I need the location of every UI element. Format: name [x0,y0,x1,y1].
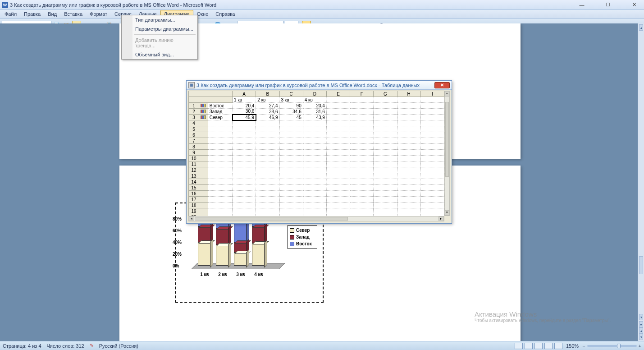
menu-edit[interactable]: Правка [20,10,44,18]
status-page[interactable]: Страница: 4 из 4 [3,343,41,349]
menu-file[interactable]: Файл [1,10,20,18]
datasheet-grid[interactable]: ABCDEFGHI1 кв2 кв3 кв4 кв1Восток20,427,4… [188,91,444,216]
document-workspace: 0%20%40%60%80% 1 кв2 кв3 кв4 кв СеверЗап… [0,23,638,341]
zoom-level[interactable]: 150% [566,343,579,349]
chart-x-axis: 1 кв2 кв3 кв4 кв [198,272,279,277]
window-title: 3 Как создать диаграмму или график в кур… [10,2,216,8]
close-button[interactable]: ✕ [628,2,640,8]
datasheet-hscroll[interactable]: ◂▸ [188,216,444,221]
chart-legend[interactable]: СеверЗападВосток [288,225,317,249]
legend-item[interactable]: Запад [290,234,315,240]
proofing-icon[interactable]: ✎ [90,343,94,349]
document-vscroll[interactable]: ▴ ▾ ● ▴ ▾ [638,23,644,341]
view-draft[interactable] [554,343,562,349]
maximize-button[interactable]: ☐ [602,2,614,8]
datasheet-icon: ▦ [188,82,195,88]
minimize-button[interactable]: — [575,2,588,8]
window-titlebar: W 3 Как создать диаграмму или график в к… [0,0,644,10]
main-menubar: Файл Правка Вид Вставка Формат Сервис Да… [0,10,644,19]
view-fullscreen[interactable] [525,343,533,349]
view-print-layout[interactable] [515,343,523,349]
menu-insert[interactable]: Вставка [60,10,86,18]
chart-options-item[interactable]: Параметры диаграммы... [122,24,197,33]
add-trendline-item: Добавить линию тренда... [122,36,197,50]
status-words[interactable]: Число слов: 312 [47,343,84,349]
status-language[interactable]: Русский (Россия) [99,343,138,349]
zoom-out-button[interactable]: − [582,343,585,349]
menu-help[interactable]: Справка [212,10,238,18]
zoom-slider[interactable] [587,345,637,347]
diagram-dropdown: Тип диаграммы... Параметры диаграммы... … [121,15,198,60]
chart-type-item[interactable]: Тип диаграммы... [122,15,197,24]
view-web[interactable] [534,343,543,349]
datasheet-title: 3 Как создать диаграмму или график в кур… [196,83,420,88]
datasheet-close-button[interactable]: ✕ [434,82,450,88]
windows-activation-watermark: Активация Windows Чтобы активировать Win… [475,310,611,323]
app-icon: W [2,2,8,8]
menu-view[interactable]: Вид [44,10,60,18]
datasheet-titlebar[interactable]: ▦ 3 Как создать диаграмму или график в к… [187,81,452,90]
zoom-in-button[interactable]: + [639,343,641,349]
statusbar: Страница: 4 из 4 Число слов: 312 ✎ Русск… [0,341,644,350]
3d-view-item[interactable]: Объемный вид... [122,50,197,59]
legend-item[interactable]: Восток [290,240,315,247]
datasheet-vscroll[interactable]: ▴▾ [444,91,450,216]
menu-format[interactable]: Формат [86,10,111,18]
view-outline[interactable] [544,343,553,349]
datasheet-window[interactable]: ▦ 3 Как создать диаграмму или график в к… [186,80,452,224]
legend-item[interactable]: Север [290,227,315,234]
